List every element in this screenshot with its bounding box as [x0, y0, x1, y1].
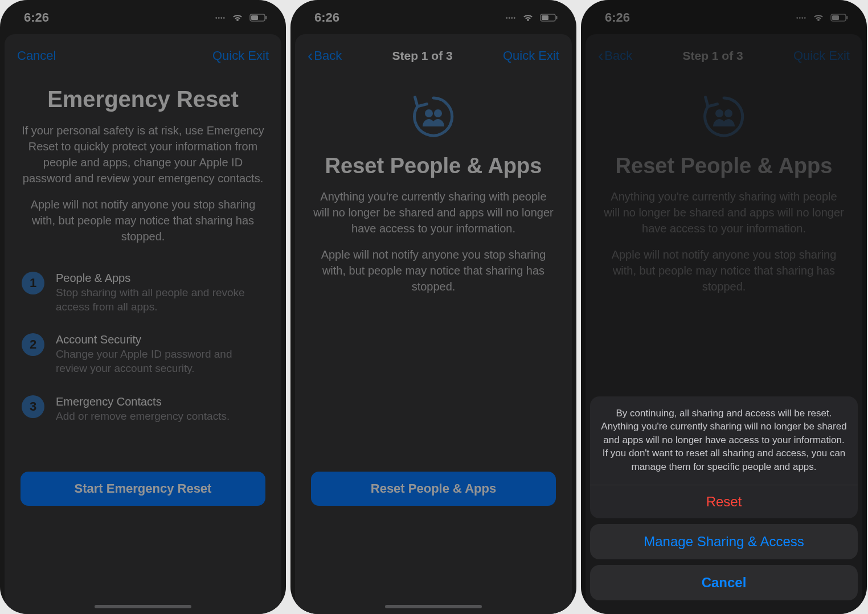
status-time: 6:26: [314, 10, 339, 25]
cancel-button[interactable]: Cancel: [590, 565, 858, 600]
nav-bar: Cancel Quick Exit: [17, 44, 269, 67]
svg-rect-2: [265, 16, 267, 19]
battery-icon: [830, 13, 849, 22]
svg-rect-1: [251, 15, 258, 20]
body-paragraph-2: Apple will not notify anyone you stop sh…: [17, 197, 269, 244]
body-paragraph-1: Anything you're currently sharing with p…: [308, 189, 559, 236]
nav-title: Step 1 of 3: [683, 49, 743, 63]
people-reset-icon: [699, 92, 748, 141]
home-indicator[interactable]: [385, 605, 482, 608]
hero-icon-container: [598, 92, 850, 141]
svg-point-11: [715, 109, 723, 117]
action-sheet-message: By continuing, all sharing and access wi…: [590, 396, 858, 485]
status-bar: 6:26 ••••: [581, 0, 867, 30]
status-right: ••••: [215, 13, 268, 22]
step-item: 2 Account Security Change your Apple ID …: [22, 333, 269, 375]
phone-screen-3: 6:26 •••• ‹ Back Step 1 of 3 Quick Exit: [581, 0, 867, 614]
svg-rect-10: [846, 16, 848, 19]
action-sheet: By continuing, all sharing and access wi…: [590, 396, 858, 607]
svg-point-12: [724, 109, 732, 117]
body-paragraph-1: Anything you're currently sharing with p…: [598, 189, 850, 236]
step-description: Stop sharing with all people and revoke …: [56, 286, 269, 314]
phone-screen-1: 6:26 •••• Cancel Quick Exit Emergency Re…: [0, 0, 286, 614]
cellular-icon: ••••: [506, 15, 516, 21]
battery-icon: [249, 13, 268, 22]
cellular-icon: ••••: [796, 15, 806, 21]
chevron-left-icon: ‹: [308, 47, 313, 65]
step-description: Change your Apple ID password and review…: [56, 347, 269, 375]
chevron-left-icon: ‹: [598, 47, 603, 65]
reset-button[interactable]: Reset: [590, 485, 858, 518]
cancel-button[interactable]: Cancel: [17, 48, 56, 63]
quick-exit-button[interactable]: Quick Exit: [212, 48, 269, 63]
body-paragraph-1: If your personal safety is at risk, use …: [17, 122, 269, 186]
phone-screen-2: 6:26 •••• ‹ Back Step 1 of 3 Quick Exit: [290, 0, 576, 614]
start-emergency-reset-button[interactable]: Start Emergency Reset: [21, 472, 265, 506]
page-title: Reset People & Apps: [308, 154, 559, 178]
step-number-badge: 1: [22, 272, 44, 294]
back-label: Back: [604, 48, 632, 63]
step-title: Account Security: [56, 333, 269, 346]
status-bar: 6:26 ••••: [290, 0, 576, 30]
step-item: 3 Emergency Contacts Add or remove emerg…: [22, 395, 269, 424]
people-reset-icon: [409, 92, 458, 141]
reset-people-apps-button[interactable]: Reset People & Apps: [311, 472, 556, 506]
nav-bar: ‹ Back Step 1 of 3 Quick Exit: [308, 44, 559, 67]
battery-icon: [540, 13, 558, 22]
nav-title: Step 1 of 3: [392, 49, 453, 63]
wifi-icon: [231, 13, 244, 22]
hero-icon-container: [308, 92, 559, 141]
back-button[interactable]: ‹ Back: [308, 47, 342, 65]
steps-list: 1 People & Apps Stop sharing with all pe…: [17, 272, 269, 443]
body-paragraph-2: Apple will not notify anyone you stop sh…: [598, 247, 850, 294]
step-number-badge: 2: [22, 333, 44, 356]
wifi-icon: [522, 13, 534, 22]
step-title: Emergency Contacts: [56, 395, 241, 408]
status-right: ••••: [506, 13, 558, 22]
body-paragraph-2: Apple will not notify anyone you stop sh…: [308, 247, 559, 294]
page-title: Reset People & Apps: [598, 154, 850, 178]
cellular-icon: ••••: [215, 15, 226, 21]
page-title: Emergency Reset: [17, 87, 269, 112]
back-label: Back: [314, 48, 342, 63]
step-number-badge: 3: [22, 395, 44, 418]
svg-rect-5: [556, 16, 558, 19]
action-sheet-card: By continuing, all sharing and access wi…: [590, 396, 858, 518]
svg-point-6: [425, 109, 433, 117]
status-bar: 6:26 ••••: [0, 0, 286, 30]
step-title: People & Apps: [56, 272, 269, 285]
step-item: 1 People & Apps Stop sharing with all pe…: [22, 272, 269, 314]
status-time: 6:26: [24, 10, 49, 25]
quick-exit-button: Quick Exit: [793, 48, 850, 63]
quick-exit-button[interactable]: Quick Exit: [503, 48, 559, 63]
nav-bar: ‹ Back Step 1 of 3 Quick Exit: [598, 44, 850, 67]
status-right: ••••: [796, 13, 849, 22]
modal-sheet: ‹ Back Step 1 of 3 Quick Exit Reset Peop…: [295, 34, 572, 614]
modal-sheet: Cancel Quick Exit Emergency Reset If you…: [5, 34, 281, 614]
step-description: Add or remove emergency contacts.: [56, 410, 241, 424]
back-button: ‹ Back: [598, 47, 632, 65]
wifi-icon: [812, 13, 825, 22]
svg-rect-4: [542, 15, 548, 20]
status-time: 6:26: [605, 10, 630, 25]
manage-sharing-button[interactable]: Manage Sharing & Access: [590, 524, 858, 559]
home-indicator[interactable]: [95, 605, 191, 608]
svg-rect-9: [832, 15, 839, 20]
svg-point-7: [434, 109, 442, 117]
